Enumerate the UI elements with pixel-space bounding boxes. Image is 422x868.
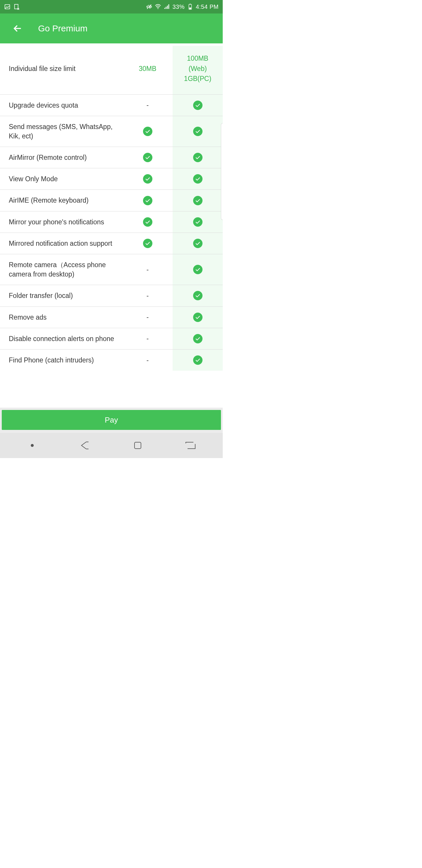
feature-label: Remote camera（Access phone camera from d…: [0, 254, 123, 285]
system-nav-bar: [0, 433, 223, 458]
battery-percent: 33%: [172, 3, 185, 10]
table-row: Mirror your phone's notifications: [0, 211, 223, 232]
free-value: [123, 190, 173, 211]
free-value: [123, 116, 173, 147]
free-value: [123, 147, 173, 168]
scroll-indicator[interactable]: [221, 123, 223, 220]
feature-label: Individual file size limit: [0, 46, 123, 94]
check-icon: [193, 174, 202, 184]
check-icon: [193, 355, 202, 365]
table-row: Remove ads-: [0, 306, 223, 328]
free-value: [123, 232, 173, 254]
premium-value: [173, 116, 223, 147]
document-x-icon: [13, 3, 20, 10]
table-row: Remote camera（Access phone camera from d…: [0, 254, 223, 285]
premium-value: [173, 190, 223, 211]
check-icon: [193, 265, 202, 274]
check-icon: [143, 239, 152, 248]
feature-label: View Only Mode: [0, 168, 123, 190]
feature-label: Disable connection alerts on phone: [0, 328, 123, 349]
premium-value: [173, 94, 223, 116]
nav-back-button[interactable]: [76, 440, 94, 451]
table-row: AirMirror (Remote control): [0, 147, 223, 168]
table-row: Mirrored notification action support: [0, 232, 223, 254]
check-icon: [193, 291, 202, 300]
svg-rect-8: [189, 8, 191, 9]
pay-bar: Pay: [0, 408, 223, 433]
table-row: View Only Mode: [0, 168, 223, 190]
nav-home-button[interactable]: [129, 440, 147, 451]
clock-text: 4:54 PM: [196, 3, 219, 10]
app-bar: Go Premium: [0, 13, 223, 43]
premium-value: [173, 285, 223, 306]
nav-recent-button[interactable]: [182, 440, 199, 451]
table-row: Upgrade devices quota-: [0, 94, 223, 116]
free-value: -: [123, 285, 173, 306]
check-icon: [193, 313, 202, 322]
svg-rect-7: [190, 4, 191, 4]
wifi-icon: [155, 3, 161, 10]
svg-rect-12: [134, 442, 141, 449]
pay-label: Pay: [105, 415, 118, 425]
premium-value: [173, 147, 223, 168]
signal-icon: [164, 3, 170, 10]
premium-value: 100MB (Web) 1GB(PC): [173, 46, 223, 94]
free-value: -: [123, 306, 173, 328]
premium-value: [173, 349, 223, 371]
premium-value: [173, 328, 223, 349]
table-row: Send messages (SMS, WhatsApp, Kik, ect): [0, 116, 223, 147]
feature-label: Mirror your phone's notifications: [0, 211, 123, 232]
picture-icon: [4, 3, 10, 10]
check-icon: [193, 334, 202, 343]
free-value: [123, 211, 173, 232]
table-row: AirIME (Remote keyboard): [0, 190, 223, 211]
status-bar: 33% 4:54 PM: [0, 0, 223, 13]
feature-label: Find Phone (catch intruders): [0, 349, 123, 371]
check-icon: [193, 196, 202, 205]
check-icon: [143, 153, 152, 162]
check-icon: [193, 101, 202, 110]
check-icon: [193, 239, 202, 248]
check-icon: [193, 153, 202, 162]
premium-value: [173, 306, 223, 328]
feature-label: Folder transfer (local): [0, 285, 123, 306]
battery-icon: [187, 3, 193, 10]
table-row: Find Phone (catch intruders)-: [0, 349, 223, 371]
feature-label: Remove ads: [0, 306, 123, 328]
check-icon: [143, 196, 152, 205]
nav-menu-dot[interactable]: [24, 440, 41, 451]
back-button[interactable]: [11, 22, 24, 35]
free-value: [123, 168, 173, 190]
table-row: Individual file size limit30MB100MB (Web…: [0, 46, 223, 94]
table-row: Folder transfer (local)-: [0, 285, 223, 306]
free-value: -: [123, 254, 173, 285]
feature-label: AirMirror (Remote control): [0, 147, 123, 168]
pay-button[interactable]: Pay: [2, 410, 221, 430]
premium-value: [173, 254, 223, 285]
feature-label: Send messages (SMS, WhatsApp, Kik, ect): [0, 116, 123, 147]
premium-value: [173, 232, 223, 254]
check-icon: [143, 217, 152, 227]
free-value: -: [123, 94, 173, 116]
free-value: -: [123, 328, 173, 349]
feature-comparison: Individual file size limit30MB100MB (Web…: [0, 43, 223, 371]
feature-label: AirIME (Remote keyboard): [0, 190, 123, 211]
feature-label: Mirrored notification action support: [0, 232, 123, 254]
table-row: Disable connection alerts on phone-: [0, 328, 223, 349]
premium-value: [173, 168, 223, 190]
premium-value: [173, 211, 223, 232]
feature-label: Upgrade devices quota: [0, 94, 123, 116]
check-icon: [143, 174, 152, 184]
page-title: Go Premium: [38, 24, 87, 33]
check-icon: [193, 127, 202, 136]
vibrate-mute-icon: [146, 3, 152, 10]
check-icon: [193, 217, 202, 227]
free-value: 30MB: [123, 46, 173, 94]
free-value: -: [123, 349, 173, 371]
svg-point-5: [158, 8, 159, 9]
check-icon: [143, 127, 152, 136]
